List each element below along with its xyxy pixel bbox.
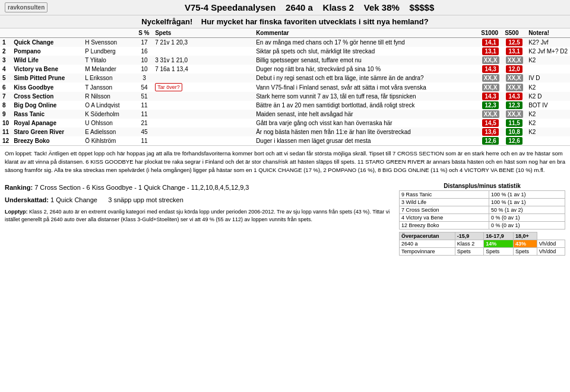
notera-text: K2 Jvf M+? D2 <box>526 47 570 56</box>
dist-table: 9 Rass Tanic 100 % (1 av 1) 3 Wild Life … <box>399 190 565 230</box>
s500-value: XX,X <box>502 74 526 82</box>
col-num <box>0 28 11 38</box>
kommentar-text: Siktar på spets och slut, märkligt lite … <box>254 47 479 56</box>
table-row: 1 Quick Change H Svensson 17 7 21v 1 20,… <box>0 38 570 47</box>
bb-v4: Vh/död <box>537 240 565 248</box>
overpace-r2: 18,0+ <box>513 232 537 240</box>
kommentar-text: En av många med chans och 17 % gör henne… <box>254 38 479 47</box>
col-s: S % <box>136 28 153 38</box>
horse-num: 9 <box>0 110 11 119</box>
s500-value: XX,X <box>502 110 526 119</box>
score-badge: 12,0 <box>506 65 522 73</box>
kommentar-text: Är nog bästa hästen men från 11:e är han… <box>254 128 479 136</box>
spets-info <box>153 47 254 56</box>
notera-text: BOT IV <box>526 101 570 110</box>
dist-horse: 7 Cross Section <box>400 206 489 214</box>
horse-num: 12 <box>0 136 11 145</box>
horse-num: 3 <box>0 56 11 65</box>
spets-info <box>153 128 254 136</box>
s500-value: XX,X <box>502 82 526 92</box>
bb-v2: Spets <box>484 248 514 256</box>
s-percent: 11 <box>136 101 153 110</box>
col-jockey <box>83 28 136 38</box>
overpace-header: Överpacerutan -15,9 16-17,9 18,0+ <box>400 232 565 240</box>
horse-name: Breezy Boko <box>11 136 83 145</box>
bottom-section: Ranking: 7 Cross Section - 6 Kiss Goodby… <box>0 179 570 259</box>
dist-row: 9 Rass Tanic 100 % (1 av 1) <box>400 191 565 199</box>
s-percent: 54 <box>136 82 153 92</box>
dist-row: 3 Wild Life 100 % (1 av 1) <box>400 199 565 206</box>
col-s1000: S1000 <box>479 28 502 38</box>
s-percent: 45 <box>136 128 153 136</box>
bb-label: 2640 a <box>400 240 455 248</box>
question-bar: Nyckelfrågan! Hur mycket har finska favo… <box>0 15 570 28</box>
notera-text: K2 <box>526 82 570 92</box>
dist-horse: 3 Wild Life <box>400 199 489 206</box>
dist-horse: 4 Victory va Bene <box>400 214 489 222</box>
dist-val: 0 % (0 av 1) <box>489 214 565 222</box>
table-row: 7 Cross Section R Nilsson 51 Stark herre… <box>0 92 570 101</box>
bb-v3: Spets <box>513 248 537 256</box>
horse-num: 7 <box>0 92 11 101</box>
spets-info <box>153 101 254 110</box>
s1000-value: 13,6 <box>479 128 502 136</box>
jockey-name: H Svensson <box>83 38 136 47</box>
s-percent: 3 <box>136 74 153 82</box>
horse-name: Rass Tanic <box>11 110 83 119</box>
kommentar-text: Gått bra varje gång och visst kan han öv… <box>254 119 479 128</box>
s500-value: 11,5 <box>502 119 526 128</box>
spets-info <box>153 136 254 145</box>
s500-value: 10,8 <box>502 128 526 136</box>
s500-value: 13,1 <box>502 47 526 56</box>
xx-badge: XX,X <box>506 84 523 91</box>
col-name <box>11 28 83 38</box>
horse-num: 8 <box>0 101 11 110</box>
jockey-name: M Melander <box>83 65 136 74</box>
horse-name: Pompano <box>11 47 83 56</box>
kommentar-text: Stark herre som vunnit 7 av 13, tål en t… <box>254 92 479 101</box>
underskattad-suffix: 3 snäpp upp mot strecken <box>108 196 183 203</box>
table-row: 2 Pompano P Lundberg 16 Siktar på spets … <box>0 47 570 56</box>
score-badge: 12,3 <box>506 101 522 109</box>
dist-val: 100 % (1 av 1) <box>489 191 565 199</box>
xx-badge: XX,X <box>482 74 499 82</box>
notera-text <box>526 136 570 145</box>
horse-num: 11 <box>0 128 11 136</box>
spets-info: 7 16a 1 13,4 <box>153 65 254 74</box>
s1000-value: XX,X <box>479 74 502 82</box>
score-badge: 14,5 <box>482 119 499 127</box>
notera-text: K2 <box>526 128 570 136</box>
dist-stats-panel: Distansplus/minus statistik 9 Rass Tanic… <box>399 183 565 256</box>
bottom-bar-row: Tempovinnare Spets Spets Spets Vh/död <box>400 248 565 256</box>
bottom-bar-row: 2640 a Klass 2 14% 43% Vh/död <box>400 240 565 248</box>
lopptyp-content: Klass 2, 2640 auto är en extremt ovanlig… <box>5 209 390 222</box>
bb-v2: 14% <box>484 240 514 248</box>
table-row: 11 Staro Green River E Adielsson 45 Är n… <box>0 128 570 136</box>
s-percent: 17 <box>136 38 153 47</box>
xx-badge: XX,X <box>482 110 499 118</box>
table-row: 9 Rass Tanic K Söderholm 11 Maiden senas… <box>0 110 570 119</box>
underskattad-label: Underskattad: <box>5 196 49 203</box>
text-block: Om loppet: Tack! Äntligen ett öppet lopp… <box>0 145 570 179</box>
s-percent: 11 <box>136 136 153 145</box>
dist-val: 50 % (1 av 2) <box>489 206 565 214</box>
table-row: 8 Big Dog Online O A Lindqvist 11 Bättre… <box>0 101 570 110</box>
ranking-label: Ranking: <box>5 184 33 191</box>
s1000-value: 14,1 <box>479 38 502 47</box>
dist-val: 100 % (1 av 1) <box>489 199 565 206</box>
kommentar-text: Bättre än 1 av 20 men samtidigt bortlott… <box>254 101 479 110</box>
kommentar-text: Duger nog rätt bra här, streckvärd på si… <box>254 65 479 74</box>
ranking-line: Ranking: 7 Cross Section - 6 Kiss Goodby… <box>5 183 393 193</box>
score-badge: 12,5 <box>506 39 522 46</box>
s1000-value: XX,X <box>479 110 502 119</box>
table-header: S % Spets Kommentar S1000 S500 Notera! <box>0 28 570 38</box>
notera-text: K2 D <box>526 92 570 101</box>
xx-badge: XX,X <box>482 56 499 64</box>
kommentar-text: Duger i klassen men läget grusar det mes… <box>254 136 479 145</box>
s1000-value: 12,6 <box>479 136 502 145</box>
horse-name: Royal Apanage <box>11 119 83 128</box>
score-badge: 11,5 <box>506 119 522 127</box>
lopptyp-text: Lopptyp: Klass 2, 2640 auto är en extrem… <box>5 208 393 224</box>
spets-info <box>153 119 254 128</box>
horse-name: Simb Pitted Prune <box>11 74 83 82</box>
